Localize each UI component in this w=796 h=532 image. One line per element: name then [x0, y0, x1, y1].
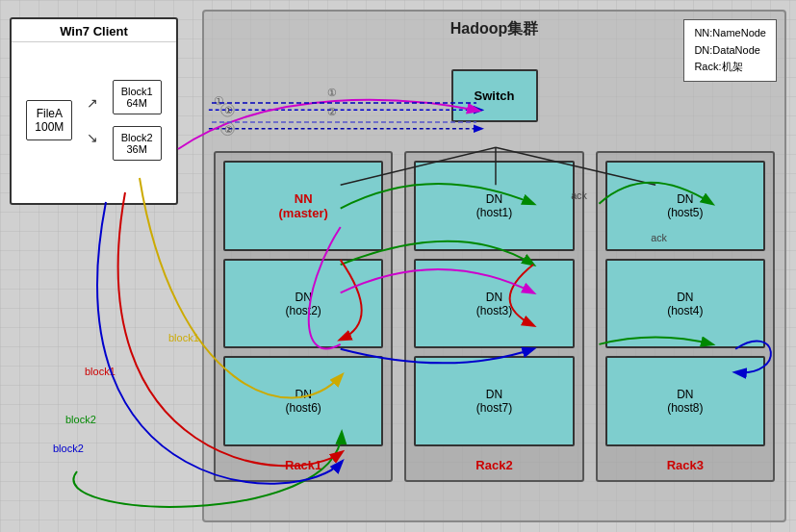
dn-host4-node: DN(host4) [605, 259, 765, 349]
switch-box: Switch [451, 69, 538, 122]
dn-host5-node: DN(host5) [605, 161, 765, 251]
hadoop-cluster-area: Hadoop集群 NN:NameNode DN:DataNode Rack:机架… [202, 10, 786, 522]
svg-text:②: ② [224, 124, 233, 135]
svg-point-2 [221, 103, 235, 116]
dn-host3-label: DN(host3) [476, 291, 512, 317]
svg-point-5 [221, 122, 235, 136]
dn-host5-label: DN(host5) [667, 192, 703, 219]
filea-label: FileA [35, 107, 64, 120]
win7-content: FileA 100M ↗ ↘ Block1 64M Block2 36M [12, 42, 176, 197]
dn-host6-node: DN(host6) [223, 356, 383, 446]
legend-line2: DN:DataNode [694, 42, 766, 60]
legend-line3: Rack:机架 [694, 59, 766, 76]
switch-label: Switch [475, 89, 515, 103]
filea-size: 100M [35, 120, 64, 134]
dn-host2-node: DN(host2) [223, 259, 383, 349]
block1-label: Block1 [121, 86, 153, 97]
block2-label: Block2 [121, 132, 153, 143]
svg-text:①: ① [224, 105, 233, 115]
legend-line1: NN:NameNode [694, 25, 766, 42]
dn-host6-label: DN(host6) [285, 388, 321, 415]
arrow-down: ↘ [87, 130, 98, 145]
win7-title: Win7 Client [12, 19, 176, 42]
block1-size: 64M [121, 97, 153, 109]
rack3-label: Rack3 [605, 458, 765, 472]
dn-host8-node: DN(host8) [605, 356, 765, 446]
dn-host1-label: DN(host1) [476, 192, 512, 219]
dn-host2-label: DN(host2) [285, 291, 321, 317]
rack3: DN(host5) DN(host4) DN(host8) Rack3 [596, 151, 775, 482]
dn-host1-node: DN(host1) [414, 161, 574, 251]
blocks-column: Block1 64M Block2 36M [113, 80, 162, 161]
dn-host3-node: DN(host3) [414, 259, 574, 349]
nn-master-label: NN(master) [279, 191, 328, 220]
main-container: Win7 Client FileA 100M ↗ ↘ Block1 64M Bl… [0, 0, 796, 532]
dn-host8-label: DN(host8) [667, 388, 703, 415]
racks-row: NN(master) DN(host2) DN(host6) Rack1 DN(… [214, 151, 775, 482]
legend-box: NN:NameNode DN:DataNode Rack:机架 [683, 19, 777, 82]
block2-box: Block2 36M [113, 126, 162, 161]
rack2: DN(host1) DN(host3) DN(host7) Rack2 [404, 151, 583, 482]
win7-client-box: Win7 Client FileA 100M ↗ ↘ Block1 64M Bl… [10, 17, 178, 205]
rack2-label: Rack2 [414, 458, 574, 472]
split-arrows: ↗ ↘ [87, 95, 98, 145]
arrow-up: ↗ [87, 95, 98, 111]
block1-box: Block1 64M [113, 80, 162, 114]
rack1: NN(master) DN(host2) DN(host6) Rack1 [214, 151, 393, 482]
filea-box: FileA 100M [26, 100, 72, 140]
block2-size: 36M [121, 143, 153, 155]
dn-host7-label: DN(host7) [476, 388, 512, 415]
dn-host7-node: DN(host7) [414, 356, 574, 446]
dn-host4-label: DN(host4) [667, 291, 703, 317]
nn-master-node: NN(master) [223, 161, 383, 251]
rack1-label: Rack1 [223, 458, 383, 472]
svg-text:①: ① [214, 94, 224, 107]
